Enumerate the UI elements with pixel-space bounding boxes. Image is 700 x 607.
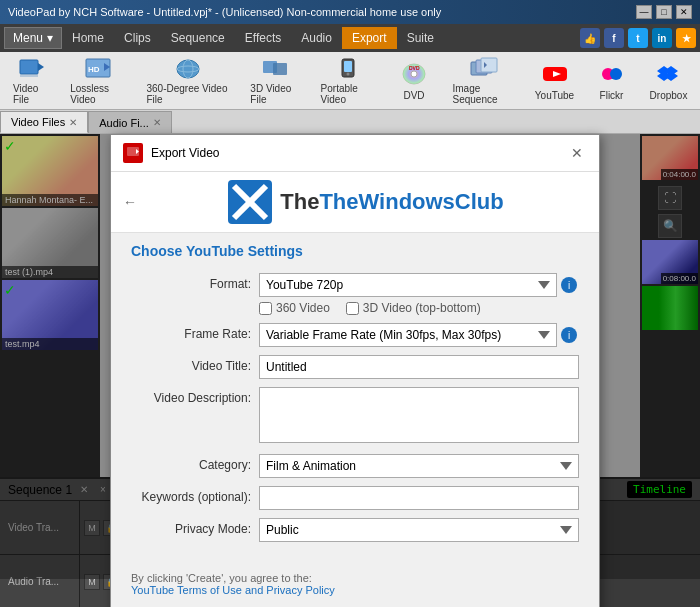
app-title: VideoPad by NCH Software - Untitled.vpj*…	[8, 6, 441, 18]
checkbox-3d-label[interactable]: 3D Video (top-bottom)	[346, 301, 481, 315]
privacy-row: Privacy Mode: Public Private Unlisted	[131, 518, 579, 542]
3d-video-label: 3D Video File	[250, 83, 300, 105]
export-video-dialog: Export Video ✕ ← TheTheWindowsClub	[110, 134, 600, 607]
linkedin-icon[interactable]: in	[652, 28, 672, 48]
menu-item-suite[interactable]: Suite	[397, 27, 444, 49]
menu-bar: Menu ▾ Home Clips Sequence Effects Audio…	[0, 24, 700, 52]
privacy-select[interactable]: Public Private Unlisted	[259, 518, 579, 542]
3d-video-tool[interactable]: 3D Video File	[241, 55, 309, 107]
keywords-label: Keywords (optional):	[131, 486, 251, 504]
checkbox-360[interactable]	[259, 302, 272, 315]
dialog-title-icon	[123, 143, 143, 163]
menu-item-sequence[interactable]: Sequence	[161, 27, 235, 49]
tab-audio-files-close[interactable]: ✕	[153, 117, 161, 128]
image-sequence-tool[interactable]: Image Sequence	[444, 55, 525, 107]
minimize-button[interactable]: —	[636, 5, 652, 19]
tab-audio-files[interactable]: Audio Fi... ✕	[88, 111, 172, 133]
menu-item-home[interactable]: Home	[62, 27, 114, 49]
yt-terms-link[interactable]: YouTube Terms of Use and Privacy Policy	[131, 584, 335, 596]
keywords-row: Keywords (optional):	[131, 486, 579, 510]
video-title-label: Video Title:	[131, 355, 251, 373]
360-degree-tool[interactable]: 360-Degree Video File	[138, 55, 240, 107]
tab-video-files[interactable]: Video Files ✕	[0, 111, 88, 133]
format-select[interactable]: YouTube 720p YouTube 1080p YouTube 4K	[259, 273, 557, 297]
svg-point-13	[347, 72, 350, 75]
menu-item-audio[interactable]: Audio	[291, 27, 342, 49]
frame-rate-select[interactable]: Variable Frame Rate (Min 30fps, Max 30fp…	[259, 323, 557, 347]
checkbox-360-label[interactable]: 360 Video	[259, 301, 330, 315]
title-bar: VideoPad by NCH Software - Untitled.vpj*…	[0, 0, 700, 24]
portable-video-tool[interactable]: Portable Video	[312, 55, 385, 107]
lossless-video-tool[interactable]: HD Lossless Video	[61, 55, 135, 107]
tab-video-files-label: Video Files	[11, 116, 65, 128]
privacy-control: Public Private Unlisted	[259, 518, 579, 542]
svg-text:HD: HD	[88, 65, 100, 74]
frame-rate-control: Variable Frame Rate (Min 30fps, Max 30fp…	[259, 323, 579, 347]
dialog-close-button[interactable]: ✕	[567, 143, 587, 163]
tab-audio-files-label: Audio Fi...	[99, 117, 149, 129]
lossless-video-icon: HD	[82, 57, 114, 81]
tab-video-files-close[interactable]: ✕	[69, 117, 77, 128]
frame-rate-info-icon[interactable]: i	[561, 327, 577, 343]
image-sequence-label: Image Sequence	[453, 83, 516, 105]
video-desc-control	[259, 387, 579, 446]
menu-dropdown-button[interactable]: Menu ▾	[4, 27, 62, 49]
video-desc-input[interactable]	[259, 387, 579, 443]
main-area: ✓ Hannah Montana- E... test (1).mp4 ✓ te…	[0, 134, 700, 579]
twitter-icon[interactable]: t	[628, 28, 648, 48]
menu-right-icons: 👍 f t in ★	[580, 28, 696, 48]
menu-item-export[interactable]: Export	[342, 27, 397, 49]
dialog-footer: By clicking 'Create', you agree to the: …	[111, 562, 599, 607]
video-options-row: 360 Video 3D Video (top-bottom)	[259, 301, 579, 315]
svg-rect-20	[481, 58, 497, 72]
keywords-input[interactable]	[259, 486, 579, 510]
dvd-tool[interactable]: DVD DVD	[387, 55, 442, 107]
dialog-nav: ← TheTheWindowsClub	[111, 172, 599, 233]
format-info-icon[interactable]: i	[561, 277, 577, 293]
checkbox-3d[interactable]	[346, 302, 359, 315]
menu-item-clips[interactable]: Clips	[114, 27, 161, 49]
image-sequence-icon	[468, 57, 500, 81]
menu-chevron-icon: ▾	[47, 31, 53, 45]
thumbs-up-icon[interactable]: 👍	[580, 28, 600, 48]
window-controls: — □ ✕	[636, 5, 692, 19]
keywords-control	[259, 486, 579, 510]
video-title-input[interactable]	[259, 355, 579, 379]
youtube-tool[interactable]: YouTube	[527, 55, 582, 107]
category-select[interactable]: Film & Animation Education Entertainment…	[259, 454, 579, 478]
dialog-back-button[interactable]: ←	[123, 194, 137, 210]
video-desc-row: Video Description:	[131, 387, 579, 446]
youtube-label: YouTube	[535, 90, 574, 101]
svg-point-25	[610, 68, 622, 80]
facebook-icon[interactable]: f	[604, 28, 624, 48]
tab-bar: Video Files ✕ Audio Fi... ✕	[0, 110, 700, 134]
frame-rate-row: Frame Rate: Variable Frame Rate (Min 30f…	[131, 323, 579, 347]
svg-rect-12	[344, 61, 352, 72]
footer-text: By clicking 'Create', you agree to the:	[131, 572, 312, 584]
menu-item-effects[interactable]: Effects	[235, 27, 291, 49]
flickr-tool[interactable]: Flickr	[584, 55, 639, 107]
dropbox-icon	[653, 60, 685, 88]
close-button[interactable]: ✕	[676, 5, 692, 19]
flickr-label: Flickr	[600, 90, 624, 101]
star-icon[interactable]: ★	[676, 28, 696, 48]
video-file-tool[interactable]: Video File	[4, 55, 59, 107]
video-file-icon	[16, 57, 48, 81]
dialog-title-text: Export Video	[151, 146, 220, 160]
dialog-overlay: Export Video ✕ ← TheTheWindowsClub	[0, 134, 700, 579]
brand-logo	[228, 180, 272, 224]
youtube-icon	[539, 60, 571, 88]
svg-point-6	[177, 60, 199, 78]
svg-rect-2	[20, 74, 38, 77]
360-degree-label: 360-Degree Video File	[147, 83, 231, 105]
dialog-title-bar: Export Video ✕	[111, 135, 599, 172]
dialog-body: Format: YouTube 720p YouTube 1080p YouTu…	[111, 265, 599, 562]
menu-label: Menu	[13, 31, 43, 45]
svg-text:DVD: DVD	[409, 65, 420, 71]
dropbox-tool[interactable]: Dropbox	[641, 55, 696, 107]
dvd-label: DVD	[403, 90, 424, 101]
maximize-button[interactable]: □	[656, 5, 672, 19]
dropbox-label: Dropbox	[650, 90, 688, 101]
lossless-video-label: Lossless Video	[70, 83, 126, 105]
format-control: YouTube 720p YouTube 1080p YouTube 4K i …	[259, 273, 579, 315]
